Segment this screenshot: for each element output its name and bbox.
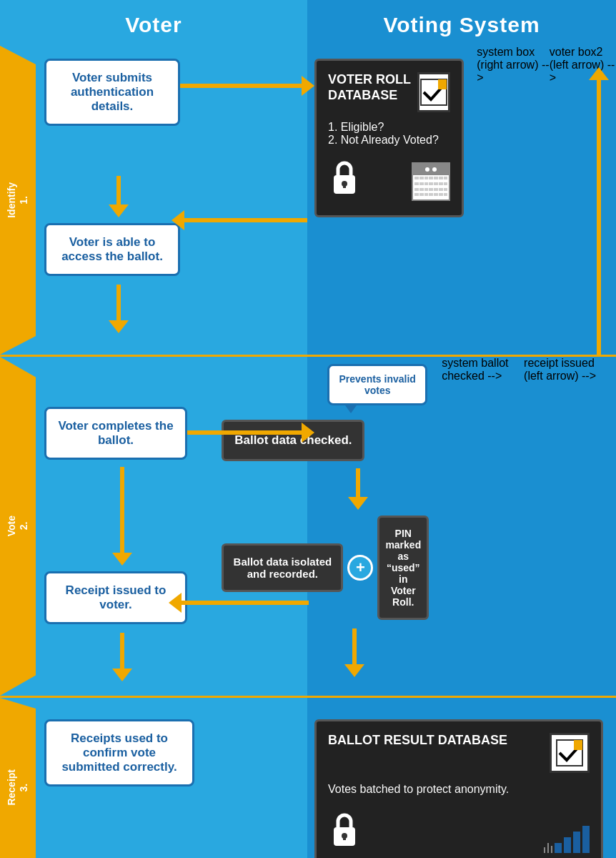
lock-icon-2 <box>328 810 361 853</box>
section-vote: 2. Vote Voter completes the ballot. Rece… <box>0 357 616 696</box>
receipt-voter-col: Receipts used to confirm vote submitted … <box>0 698 307 858</box>
system-column-header: Voting System <box>307 0 616 46</box>
svg-rect-1 <box>438 79 447 89</box>
receipts-used-text: Receipts used to confirm vote submitted … <box>61 731 177 774</box>
vote-system-col: Prevents invalid votes Ballot data check… <box>214 357 442 681</box>
arrow-down-3 <box>287 468 429 510</box>
main-wrapper: Voter Voting System 1. Identify Voter su… <box>0 0 616 858</box>
vote-label: 2. Vote <box>0 357 36 696</box>
h-divider-1 <box>0 355 616 357</box>
identify-text: Identify <box>6 182 17 218</box>
checkbox-icon-2 <box>550 733 590 773</box>
voter-completes-text: Voter completes the ballot. <box>58 419 173 447</box>
voter-submits-box: Voter submits authentication details. <box>44 59 180 126</box>
section-receipt: 3. Receipt Receipts used to confirm vote… <box>0 698 616 858</box>
svg-rect-9 <box>343 836 346 840</box>
plus-circle: + <box>347 555 373 581</box>
not-voted-text: 2. Not Already Voted? <box>328 134 450 147</box>
voter-access-text: Voter is able to access the ballot. <box>61 235 163 263</box>
arrow-down-1 <box>109 176 129 217</box>
identify-label: 1. Identify <box>0 46 36 355</box>
checkbox-icon-1 <box>417 72 450 112</box>
h-divider-2 <box>0 696 616 698</box>
system-title: Voting System <box>383 13 540 36</box>
arrow-left-1 <box>172 210 307 230</box>
receipt-issued-text: Receipt issued to voter. <box>66 583 167 611</box>
receipt-number: 3. <box>18 783 29 792</box>
ballot-result-title: BALLOT RESULT DATABASE <box>328 733 507 747</box>
arrow-left-2 <box>169 593 309 613</box>
identify-system-col: VOTER ROLL DATABASE 1. Eligible? 2. No <box>307 46 477 333</box>
prevents-invalid-text: Prevents invalid votes <box>339 373 415 396</box>
voter-access-box: Voter is able to access the ballot. <box>44 223 180 276</box>
ballot-result-db-box: BALLOT RESULT DATABASE Votes batched to … <box>314 719 603 858</box>
arrow-up-right-1 <box>589 67 609 355</box>
eligible-text: 1. Eligible? <box>328 121 450 134</box>
identify-number: 1. <box>18 196 29 204</box>
bar-chart-icon <box>544 822 590 853</box>
vote-text: Vote <box>6 516 17 536</box>
voter-title: Voter <box>125 13 182 36</box>
svg-rect-4 <box>343 184 346 188</box>
lock-icon-1 <box>328 158 361 201</box>
arrow-down-to-receipt <box>112 633 132 681</box>
section-identify: 1. Identify Voter submits authentication… <box>0 46 616 355</box>
calendar-icon-1 <box>412 162 450 201</box>
arrow-down-to-vote <box>109 285 129 333</box>
vote-number: 2. <box>18 522 29 531</box>
receipt-issued-box: Receipt issued to voter. <box>44 571 187 624</box>
voter-completes-box: Voter completes the ballot. <box>44 407 187 460</box>
pin-marked-text: PIN marked as “used” in Voter Roll. <box>385 528 421 608</box>
svg-rect-6 <box>574 740 582 750</box>
prevents-invalid-callout: Prevents invalid votes <box>327 364 427 405</box>
voter-roll-title: VOTER ROLL DATABASE <box>328 72 411 102</box>
receipts-used-box: Receipts used to confirm vote submitted … <box>44 719 194 786</box>
receipt-label: 3. Receipt <box>0 698 36 858</box>
ballot-isolated-text: Ballot data isolated and recorded. <box>234 556 332 580</box>
votes-batched-text: Votes batched to protect anonymity. <box>328 783 509 795</box>
arrow-right-1 <box>180 76 314 96</box>
ballot-isolated-box: Ballot data isolated and recorded. <box>222 543 343 592</box>
pin-marked-box: PIN marked as “used” in Voter Roll. <box>377 516 429 620</box>
voter-column-header: Voter <box>0 0 307 46</box>
receipt-system-col: BALLOT RESULT DATABASE Votes batched to … <box>307 698 616 858</box>
voter-submits-text: Voter submits authentication details. <box>71 71 154 113</box>
voter-roll-db-box: VOTER ROLL DATABASE 1. Eligible? 2. No <box>314 59 464 217</box>
arrow-right-2 <box>187 423 314 443</box>
arrow-down-2 <box>112 467 132 566</box>
receipt-text: Receipt <box>6 769 17 806</box>
arrow-down-4 <box>280 628 429 677</box>
